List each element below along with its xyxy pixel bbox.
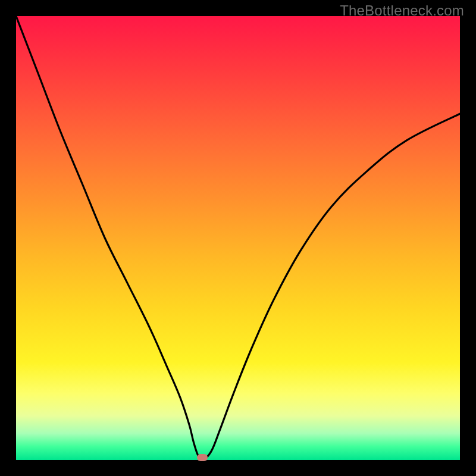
chart-container: TheBottleneck.com [0,0,476,476]
watermark-text: TheBottleneck.com [340,2,464,19]
bottleneck-curve-path [16,16,460,460]
minimum-marker [197,454,208,461]
plot-area [16,16,460,460]
curve-svg [16,16,460,460]
